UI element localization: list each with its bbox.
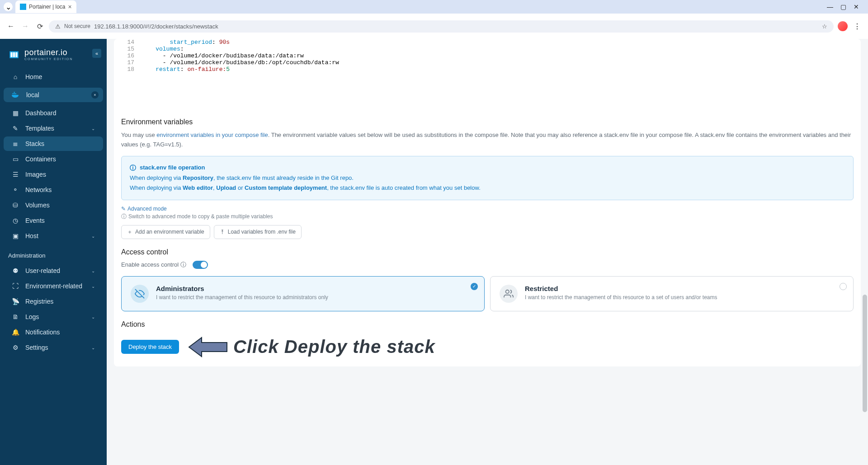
tab-favicon-icon [20,4,26,10]
nav-label: Templates [25,125,54,132]
events-icon: ◷ [12,217,19,224]
window-maximize-icon[interactable]: ▢ [840,3,846,10]
nav-events[interactable]: ◷ Events [4,213,103,228]
nav-environment-local[interactable]: local × [4,88,103,102]
nav-networks[interactable]: ⚬ Networks [4,183,103,197]
env-section-title: Environment variables [121,118,854,126]
volumes-icon: ⛁ [12,202,19,209]
security-label: Not secure [64,23,90,29]
env-section-desc: You may use environment variables in you… [121,131,854,150]
bookmark-star-icon[interactable]: ☆ [822,23,827,30]
load-env-file-button[interactable]: ⭱Load variables from .env file [214,225,302,239]
scrollbar-thumb[interactable] [863,295,867,412]
nav-volumes[interactable]: ⛁ Volumes [4,198,103,212]
radio-selected-icon: ✓ [471,283,478,290]
nav-templates[interactable]: ✎ Templates ⌄ [4,121,103,136]
chevron-down-icon: ⌄ [91,284,95,289]
nav-settings[interactable]: ⚙ Settings ⌄ [4,340,103,355]
actions-section-title: Actions [121,320,854,329]
env-compose-link[interactable]: environment variables in your compose fi… [156,132,268,138]
nav-label: User-related [25,267,60,274]
nav-back-button[interactable]: ← [5,21,16,32]
annotation-text: Click Deploy the stack [233,337,435,357]
host-icon: ▣ [12,232,19,240]
networks-icon: ⚬ [12,186,19,193]
code-editor[interactable]: 14 start_period: 90s 15 volumes: 16 - /v… [121,39,854,109]
chevron-down-icon: ⌄ [91,315,95,319]
nav-dashboard[interactable]: ▦ Dashboard [4,106,103,120]
access-control-toggle[interactable] [193,261,208,269]
profile-avatar-button[interactable] [837,21,848,32]
card-title: Administrators [156,285,328,292]
nav-label: Registries [25,298,53,305]
nav-forward-button[interactable]: → [20,21,31,32]
users-icon: ⚉ [12,267,19,274]
enable-access-label: Enable access control ⓘ [121,261,186,269]
card-desc: I want to restrict the management of thi… [525,294,717,301]
arrow-left-icon [188,335,229,359]
env-info-box: stack.env file operation When deploying … [121,156,854,200]
chevron-down-icon: ⌄ [91,126,95,131]
card-title: Restricted [525,285,717,292]
browser-menu-button[interactable]: ⋮ [852,21,863,32]
docker-icon [12,92,20,98]
access-card-restricted[interactable]: Restricted I want to restrict the manage… [490,276,854,311]
nav-label: Settings [25,344,48,351]
nav-label: Host [25,232,38,240]
tab-close-icon[interactable]: × [68,3,72,10]
nav-containers[interactable]: ▭ Containers [4,152,103,166]
access-card-administrators[interactable]: Administrators I want to restrict the ma… [121,276,485,311]
nav-user-related[interactable]: ⚉ User-related ⌄ [4,263,103,278]
browser-tab[interactable]: Portainer | loca × [15,0,76,13]
upload-icon: ⭱ [220,229,225,235]
nav-host[interactable]: ▣ Host ⌄ [4,229,103,243]
nav-registries[interactable]: 📡 Registries [4,294,103,309]
sidebar-collapse-button[interactable]: « [92,49,101,58]
url-bar[interactable]: ⚠ Not secure 192.168.1.18:9000/#!/2/dock… [49,20,834,33]
svg-rect-0 [20,4,26,10]
nav-label: Environment-related [25,282,82,290]
registries-icon: 📡 [12,298,19,305]
deploy-stack-button[interactable]: Deploy the stack [121,340,179,354]
scrollbar[interactable] [862,39,868,465]
nav-environment-related[interactable]: ⛶ Environment-related ⌄ [4,279,103,293]
code-line: 16 - /volume1/docker/budibase/data:/data… [121,52,854,59]
chevron-down-icon: ⌄ [91,345,95,350]
gear-icon: ⚙ [12,344,19,351]
edit-icon: ✎ [121,206,126,212]
nav-label: Images [25,171,46,178]
logo-subtitle: COMMUNITY EDITION [24,57,73,61]
portainer-logo-icon [8,48,20,60]
nav-images[interactable]: ☰ Images [4,167,103,182]
nav-notifications[interactable]: 🔔 Notifications [4,325,103,339]
nav-reload-button[interactable]: ⟳ [34,21,45,32]
advanced-mode-link[interactable]: ✎ Advanced mode [121,206,167,212]
eye-off-icon [131,285,149,303]
env-close-icon[interactable]: × [91,91,99,99]
nav-logs[interactable]: 🗎 Logs ⌄ [4,310,103,324]
window-minimize-icon[interactable]: — [827,3,833,10]
nav-stacks[interactable]: ≣ Stacks [4,136,103,151]
nav-label: Volumes [25,202,50,209]
info-title: stack.env file operation [130,163,845,174]
dashboard-icon: ▦ [12,109,19,117]
code-line: 15 volumes: [121,46,854,52]
radio-icon [840,283,847,290]
chevron-down-icon: ⌄ [91,268,95,273]
advanced-mode-desc: ⓘ Switch to advanced mode to copy & past… [121,213,854,221]
chevron-down-icon: ⌄ [91,234,95,239]
nav-label: Networks [25,186,52,193]
access-section-title: Access control [121,248,854,256]
window-close-icon[interactable]: ✕ [854,3,859,10]
stacks-icon: ≣ [12,140,19,147]
environment-icon: ⛶ [12,282,19,290]
add-env-var-button[interactable]: ＋Add an environment variable [121,225,210,239]
nav-home[interactable]: ⌂ Home [4,70,103,84]
svg-rect-4 [14,92,15,93]
home-icon: ⌂ [12,73,19,80]
nav-label: Stacks [25,140,44,147]
help-icon[interactable]: ⓘ [180,261,186,269]
tab-search-button[interactable]: ⌄ [4,2,13,11]
svg-point-6 [506,290,509,293]
admin-section-label: Administration [0,244,107,263]
